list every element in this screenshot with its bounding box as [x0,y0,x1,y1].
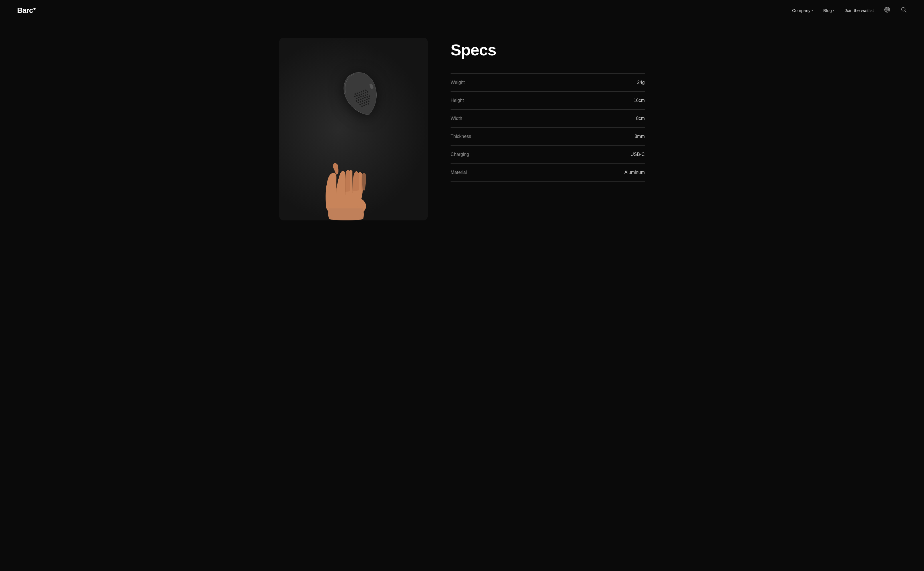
chevron-down-icon: ▾ [833,9,835,12]
hand-illustration [309,129,383,221]
spec-row-thickness: Thickness 8mm [450,128,645,146]
device-illustration [341,71,381,120]
spec-label-width: Width [450,116,462,121]
spec-value-material: Aluminum [625,170,645,175]
spec-row-weight: Weight 24g [450,73,645,92]
spec-label-weight: Weight [450,80,465,85]
spec-label-material: Material [450,170,467,175]
spec-row-charging: Charging USB-C [450,146,645,164]
nav-waitlist-link[interactable]: Join the waitlist [845,8,874,13]
spec-label-charging: Charging [450,152,469,157]
globe-icon[interactable] [884,6,890,14]
spec-value-weight: 24g [637,80,645,85]
spec-value-width: 8cm [636,116,645,121]
specs-section: Specs Weight 24g Height 16cm Width 8cm T… [450,38,645,182]
spec-value-height: 16cm [634,98,645,103]
product-image-container [279,38,428,221]
nav-blog-label: Blog [823,8,832,13]
specs-title: Specs [450,40,645,59]
chevron-down-icon: ▾ [811,9,813,12]
nav-blog[interactable]: Blog ▾ [823,8,835,13]
svg-point-3 [901,8,905,11]
spec-row-width: Width 8cm [450,110,645,128]
product-image-scene [279,38,428,221]
search-icon[interactable] [901,6,907,14]
navbar: Barc* Company ▾ Blog ▾ Join the waitlist [0,0,924,20]
svg-line-4 [905,11,907,12]
spec-row-height: Height 16cm [450,92,645,110]
navbar-right: Company ▾ Blog ▾ Join the waitlist [792,6,907,14]
spec-row-material: Material Aluminum [450,164,645,182]
spec-label-thickness: Thickness [450,134,471,139]
main-content: Specs Weight 24g Height 16cm Width 8cm T… [262,20,662,243]
brand-logo[interactable]: Barc* [17,6,36,15]
spec-label-height: Height [450,98,464,103]
nav-company[interactable]: Company ▾ [792,8,813,13]
spec-value-charging: USB-C [631,152,645,157]
spec-value-thickness: 8mm [634,134,645,139]
specs-table: Weight 24g Height 16cm Width 8cm Thickne… [450,73,645,182]
nav-company-label: Company [792,8,810,13]
